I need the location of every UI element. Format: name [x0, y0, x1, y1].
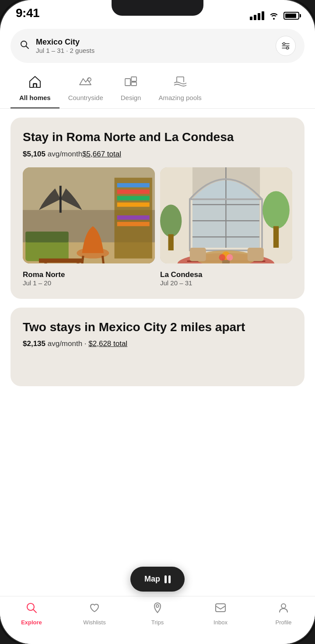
svg-rect-18 [117, 202, 150, 207]
trips-icon [151, 602, 164, 617]
svg-point-4 [283, 43, 285, 45]
cards-container: Stay in Roma Norte and La Condesa $5,105… [0, 118, 315, 399]
tab-divider [0, 108, 315, 109]
svg-rect-47 [248, 248, 264, 261]
svg-rect-25 [39, 258, 82, 263]
content-area[interactable]: Mexico City Jul 1 – 31 · 2 guests [0, 24, 315, 596]
search-text-group: Mexico City Jul 1 – 31 · 2 guests [36, 38, 270, 54]
nav-profile[interactable]: Profile [252, 602, 315, 626]
card-1-locations: Roma Norte Jul 1 – 20 La Condesa Jul 20 … [23, 265, 292, 287]
card-2-title: Two stays in Mexico City 2 miles apart [23, 320, 292, 335]
svg-rect-10 [131, 82, 136, 86]
card-1-images [23, 167, 292, 263]
card-1-total: $5,667 total [82, 150, 121, 158]
svg-rect-16 [117, 189, 150, 194]
phone-frame: 9:41 [0, 0, 315, 644]
svg-rect-22 [60, 186, 62, 213]
la-condesa-name: La Condesa [160, 270, 292, 279]
tab-amazing-pools-label: Amazing pools [158, 94, 201, 101]
svg-rect-37 [168, 234, 173, 250]
wifi-icon [269, 12, 279, 20]
svg-rect-15 [117, 183, 150, 187]
card-1-avg-price: $5,105 [23, 150, 46, 158]
search-icon [19, 39, 30, 52]
status-icons [250, 11, 299, 20]
explore-icon [25, 602, 38, 617]
roma-norte-dates: Jul 1 – 20 [23, 279, 155, 287]
tab-amazing-pools[interactable]: Amazing pools [150, 72, 210, 108]
svg-rect-39 [273, 226, 279, 247]
roma-norte-name: Roma Norte [23, 270, 155, 279]
nav-inbox[interactable]: Inbox [189, 602, 252, 626]
svg-rect-9 [131, 77, 136, 81]
signal-icon [250, 11, 264, 20]
countryside-icon [79, 75, 93, 91]
card-1-pricing: $5,105 avg/month$5,667 total [23, 150, 292, 159]
card-1-avg-label: avg/month [48, 150, 82, 158]
location-roma-norte: Roma Norte Jul 1 – 20 [23, 270, 155, 287]
svg-point-5 [287, 47, 289, 49]
svg-rect-27 [77, 263, 79, 263]
location-la-condesa: La Condesa Jul 20 – 31 [160, 270, 292, 287]
svg-point-54 [281, 604, 286, 608]
card-2-pricing: $2,135 avg/month · $2,628 total [23, 339, 292, 348]
tab-all-homes[interactable]: All homes [10, 72, 60, 108]
explore-label: Explore [21, 619, 42, 626]
amazing-pools-icon [173, 75, 187, 91]
search-location: Mexico City [36, 38, 270, 47]
svg-point-50 [227, 254, 233, 260]
svg-rect-53 [216, 604, 225, 612]
svg-point-38 [262, 191, 290, 229]
svg-rect-17 [117, 196, 150, 200]
card-2-avg-label: avg/month · [48, 339, 89, 348]
map-button[interactable]: Map [130, 567, 185, 592]
design-icon [124, 75, 138, 91]
status-time: 9:41 [16, 6, 39, 20]
svg-point-49 [219, 254, 225, 260]
tab-design-label: Design [121, 94, 141, 101]
la-condesa-image [160, 167, 292, 263]
stay-card-2[interactable]: Two stays in Mexico City 2 miles apart $… [10, 308, 304, 386]
inbox-label: Inbox [214, 619, 228, 626]
tab-all-homes-label: All homes [19, 94, 51, 101]
stay-card-1[interactable]: Stay in Roma Norte and La Condesa $5,105… [10, 118, 304, 299]
search-details: Jul 1 – 31 · 2 guests [36, 47, 270, 54]
filter-button[interactable] [276, 36, 296, 56]
nav-explore[interactable]: Explore [0, 602, 63, 626]
card-1-title: Stay in Roma Norte and La Condesa [23, 130, 292, 145]
svg-point-7 [88, 78, 91, 81]
notch [112, 0, 203, 16]
all-homes-icon [28, 75, 42, 91]
inbox-icon [214, 602, 227, 617]
category-tabs: All homes Countryside [0, 72, 315, 108]
profile-icon [277, 602, 290, 617]
search-bar[interactable]: Mexico City Jul 1 – 31 · 2 guests [10, 29, 304, 63]
svg-point-36 [160, 204, 182, 237]
svg-rect-19 [117, 215, 150, 220]
svg-rect-8 [125, 79, 130, 86]
profile-label: Profile [276, 619, 292, 626]
pause-icon [164, 575, 171, 583]
tab-design[interactable]: Design [112, 72, 150, 108]
nav-wishlists[interactable]: Wishlists [63, 602, 126, 626]
roma-norte-image [23, 167, 155, 263]
card-2-avg-price: $2,135 [23, 339, 46, 348]
bottom-nav: Explore Wishlists Tri [0, 596, 315, 644]
la-condesa-dates: Jul 20 – 31 [160, 279, 292, 287]
svg-point-52 [156, 605, 159, 607]
svg-rect-20 [117, 222, 150, 226]
svg-rect-26 [44, 263, 47, 263]
tab-countryside-label: Countryside [68, 94, 103, 101]
nav-trips[interactable]: Trips [126, 602, 189, 626]
wishlists-label: Wishlists [83, 619, 105, 626]
wishlists-icon [88, 602, 101, 617]
map-label: Map [144, 575, 160, 584]
svg-rect-24 [25, 232, 69, 242]
tab-countryside[interactable]: Countryside [60, 72, 112, 108]
svg-rect-23 [25, 239, 69, 261]
card-2-total: $2,628 total [88, 339, 127, 348]
trips-label: Trips [151, 619, 164, 626]
battery-icon [284, 12, 299, 20]
svg-rect-46 [190, 248, 206, 261]
phone-screen: 9:41 [0, 0, 315, 644]
